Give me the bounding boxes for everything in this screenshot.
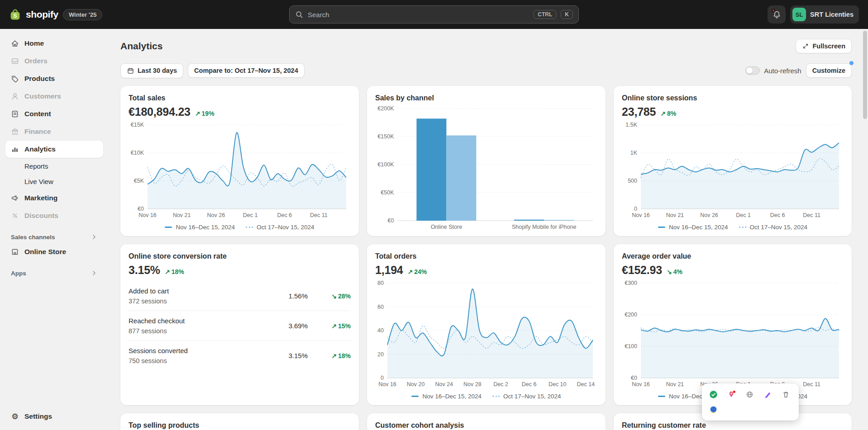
trend-up-icon: ↗ [331, 322, 337, 330]
card-title-link[interactable]: Customer cohort analysis [375, 421, 464, 430]
sidebar-item-reports[interactable]: Reports [5, 158, 103, 174]
globe-button[interactable] [741, 387, 758, 402]
trend-down-icon: ↘ [331, 293, 337, 300]
card-title-link[interactable]: Total orders [375, 252, 416, 260]
svg-text:80: 80 [377, 280, 384, 286]
card-title-link[interactable]: Total sales [129, 94, 166, 102]
sidebar-item-home[interactable]: Home [5, 35, 103, 52]
sidebar-item-marketing[interactable]: Marketing [5, 189, 103, 207]
svg-text:€100K: €100K [377, 161, 394, 168]
funnel-sessions: 372 sessions [129, 298, 240, 305]
card-title-link[interactable]: Average order value [622, 252, 691, 260]
date-range-button[interactable]: Last 30 days [120, 63, 183, 78]
legend-current-swatch [658, 227, 665, 228]
auto-refresh-control[interactable]: Auto-refresh [745, 66, 801, 75]
metric-delta: ↘4% [667, 268, 682, 275]
apps-header[interactable]: Apps [11, 269, 98, 277]
compare-to-button[interactable]: Compare to: Oct 17–Nov 15, 2024 [188, 63, 305, 78]
svg-text:500: 500 [628, 178, 637, 184]
sidebar-item-customers[interactable]: Customers [5, 88, 103, 105]
card-title-link[interactable]: Returning customer rate [622, 421, 706, 430]
map-pin-icon [727, 390, 736, 399]
sidebar-item-products[interactable]: Products [5, 70, 103, 87]
store-menu[interactable]: SL SRT Licenties [790, 5, 859, 24]
svg-text:Dec 6: Dec 6 [770, 212, 785, 218]
legend-current-swatch [411, 396, 419, 397]
sidebar-item-label: Online Store [24, 248, 66, 256]
check-circle-icon [709, 390, 718, 399]
shortcut-ctrl-key: CTRL [534, 10, 556, 19]
funnel-label: Added to cart [129, 287, 240, 295]
funnel-delta: ↗18% [331, 352, 351, 359]
main-content: Analytics Fullscreen Last 30 days Compar… [109, 29, 868, 430]
card-title-link[interactable]: Online store sessions [622, 94, 697, 102]
sidebar-item-finance[interactable]: Finance [5, 123, 103, 140]
svg-text:€10K: €10K [131, 150, 144, 156]
fullscreen-button[interactable]: Fullscreen [796, 39, 852, 53]
svg-text:Nov 21: Nov 21 [666, 212, 684, 218]
notifications-button[interactable] [768, 5, 786, 24]
svg-text:Nov 16: Nov 16 [632, 381, 650, 387]
trash-button[interactable] [777, 387, 794, 402]
sidebar-item-discounts[interactable]: Discounts [5, 207, 103, 224]
pin-button[interactable] [723, 387, 739, 402]
card-top-selling-products: Top selling products [120, 413, 359, 430]
global-search-input[interactable]: Search CTRL K [289, 5, 579, 24]
sidebar-item-content[interactable]: Content [5, 105, 103, 123]
svg-text:S: S [13, 13, 17, 19]
legend-previous-label: Oct 17–Nov 15, 2024 [257, 224, 315, 231]
card-customer-cohort-analysis: Customer cohort analysis [367, 413, 606, 430]
card-online-store-sessions: Online store sessions 23,785 ↗8% 05001K1… [614, 86, 852, 236]
card-title-link[interactable]: Top selling products [129, 421, 199, 430]
legend-current-swatch [658, 396, 665, 397]
sidebar-item-online-store[interactable]: Online Store [5, 243, 103, 260]
scrollbar-thumb[interactable] [863, 31, 867, 119]
sidebar-item-orders[interactable]: Orders [5, 52, 103, 70]
svg-text:€50K: €50K [381, 189, 394, 196]
funnel-delta: ↗15% [331, 322, 351, 330]
products-tag-icon [10, 74, 20, 83]
funnel-label: Sessions converted [129, 347, 240, 354]
svg-text:Dec 1: Dec 1 [736, 212, 751, 218]
card-title-link[interactable]: Sales by channel [375, 94, 434, 102]
discounts-icon [10, 211, 20, 220]
card-average-order-value: Average order value €152.93 ↘4% €0€100€2… [614, 244, 852, 405]
aov-chart: €0€100€200€300Nov 16Nov 21Nov 26Dec 1Dec… [622, 279, 844, 389]
store-avatar: SL [792, 8, 806, 21]
page-title: Analytics [120, 41, 162, 52]
funnel-row-added-to-cart[interactable]: Added to cart 372 sessions 1.56% ↘28% [129, 281, 351, 311]
card-title-link[interactable]: Online store conversion rate [129, 252, 227, 260]
auto-refresh-toggle[interactable] [745, 66, 760, 75]
svg-text:Dec 11: Dec 11 [803, 381, 820, 387]
auto-refresh-label: Auto-refresh [764, 67, 801, 75]
release-badge[interactable]: Winter '25 [63, 9, 103, 20]
sidebar-item-settings[interactable]: ⚙ Settings [5, 408, 103, 425]
globe-icon [745, 390, 754, 399]
sidebar-item-live-view[interactable]: Live View [5, 174, 103, 189]
check-circle-button[interactable] [705, 387, 721, 402]
legend-current-label: Nov 16–Dec 15, 2024 [176, 224, 235, 231]
total-sales-chart: €0€5K€10K€15KNov 16Nov 21Nov 26Dec 1Dec … [129, 121, 351, 220]
sidebar-item-analytics[interactable]: Analytics [5, 141, 103, 158]
analytics-icon [10, 145, 20, 154]
brand-wordmark: shopify [26, 9, 58, 20]
legend-current-label: Nov 16–Dec 15, 2024 [669, 224, 728, 231]
customize-button[interactable]: Customize [806, 63, 852, 78]
svg-text:Nov 24: Nov 24 [435, 381, 453, 387]
svg-text:€0: €0 [388, 217, 394, 224]
funnel-row-reached-checkout[interactable]: Reached checkout 877 sessions 3.69% ↗15% [129, 311, 351, 341]
vertical-scrollbar[interactable] [863, 31, 867, 428]
svg-text:Dec 10: Dec 10 [548, 381, 567, 387]
sales-by-channel-chart: €0€50K€100K€150K€200KOnline StoreShopify… [375, 105, 597, 232]
funnel-row-sessions-converted[interactable]: Sessions converted 750 sessions 3.15% ↗1… [129, 341, 351, 370]
extension-button[interactable] [705, 402, 721, 417]
sidebar-item-label: Discounts [24, 212, 58, 220]
svg-text:Dec 14: Dec 14 [577, 381, 595, 387]
trend-up-icon: ↗ [660, 110, 666, 117]
pen-button[interactable] [759, 387, 776, 402]
sidebar-item-label: Home [24, 39, 44, 47]
funnel-label: Reached checkout [129, 317, 240, 325]
chart-legend: Nov 16–Dec 15, 2024 Oct 17–Nov 15, 2024 [622, 220, 844, 232]
sessions-chart: 05001K1.5KNov 16Nov 21Nov 26Dec 1Dec 6De… [622, 121, 844, 220]
sales-channels-header[interactable]: Sales channels [11, 233, 98, 241]
